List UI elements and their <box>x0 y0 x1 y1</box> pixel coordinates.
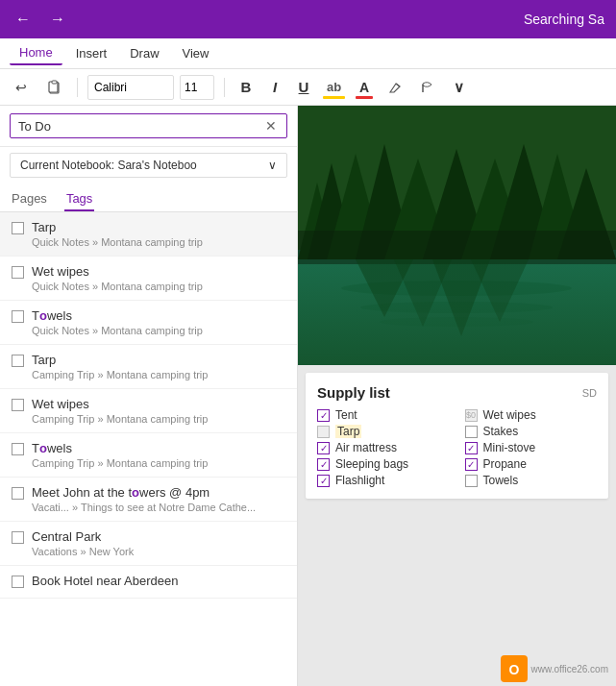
result-checkbox[interactable] <box>12 576 24 588</box>
watermark: O www.office26.com <box>501 655 608 682</box>
svg-text:O: O <box>508 662 519 677</box>
list-item[interactable]: Central Park Vacations » New York <box>0 522 297 566</box>
supply-checkbox-flashlight[interactable] <box>317 475 330 487</box>
forward-button[interactable]: → <box>46 11 69 28</box>
menu-view[interactable]: View <box>173 42 219 64</box>
supply-item-propane: Propane <box>465 457 598 471</box>
result-path: Camping Trip » Montana camping trip <box>12 413 285 425</box>
supply-item-mini-stove: Mini-stove <box>465 441 598 454</box>
svg-point-19 <box>341 281 572 296</box>
supply-item-sleeping-bags: Sleeping bags <box>317 457 450 471</box>
eraser-button[interactable] <box>382 74 408 101</box>
notebook-arrow-icon: ∨ <box>268 159 277 172</box>
result-checkbox[interactable] <box>12 266 24 279</box>
list-item[interactable]: Book Hotel near Aberdeen <box>0 566 297 599</box>
result-title: Central Park <box>32 529 101 544</box>
title-bar-title: Searching Sa <box>524 12 604 27</box>
font-color-button[interactable]: A <box>353 74 376 101</box>
nature-svg <box>298 106 616 365</box>
result-path: Vacati... » Things to see at Notre Dame … <box>12 502 285 513</box>
result-path: Vacations » New York <box>12 546 285 557</box>
list-item[interactable]: Wet wipes Camping Trip » Montana camping… <box>0 389 297 433</box>
italic-button[interactable]: I <box>263 74 286 101</box>
result-title: Book Hotel near Aberdeen <box>32 574 179 588</box>
list-item[interactable]: Towels Camping Trip » Montana camping tr… <box>0 433 297 478</box>
list-item[interactable]: Tarp Camping Trip » Montana camping trip <box>0 345 297 389</box>
supply-item-stakes: Stakes <box>465 425 598 438</box>
highlight-text: o <box>39 441 47 455</box>
more-button[interactable]: ∨ <box>447 74 470 101</box>
supply-label-propane: Propane <box>483 457 527 471</box>
bold-button[interactable]: B <box>234 74 258 101</box>
result-checkbox[interactable] <box>12 531 24 544</box>
menu-insert[interactable]: Insert <box>66 42 117 64</box>
search-box: ✕ <box>10 113 287 138</box>
svg-rect-2 <box>52 81 57 84</box>
result-checkbox[interactable] <box>12 222 24 234</box>
supply-checkbox-sleeping-bags[interactable] <box>317 458 330 471</box>
result-title: Tarp <box>32 353 56 367</box>
result-path: Quick Notes » Montana camping trip <box>12 236 285 248</box>
supply-card-header: Supply list SD <box>317 384 597 401</box>
highlight-text: o <box>39 308 47 323</box>
supply-checkbox-towels[interactable] <box>465 475 478 487</box>
result-row: Tarp <box>12 353 285 367</box>
supply-label-wet-wipes: Wet wipes <box>483 408 536 422</box>
menu-home[interactable]: Home <box>10 41 62 65</box>
result-path: Quick Notes » Montana camping trip <box>12 281 285 292</box>
result-checkbox[interactable] <box>12 399 24 411</box>
search-input[interactable] <box>18 119 263 134</box>
supply-card: Supply list SD Tent $0 Wet wipes Tarp <box>306 373 608 499</box>
supply-label-tarp: Tarp <box>335 425 361 438</box>
result-checkbox[interactable] <box>12 487 24 500</box>
result-title: Towels <box>32 308 72 323</box>
supply-label-air-mattress: Air mattress <box>335 441 397 454</box>
highlight-text: o <box>132 485 139 500</box>
supply-grid: Tent $0 Wet wipes Tarp Stakes Air mattre… <box>317 408 597 487</box>
supply-checkbox-wet-wipes[interactable]: $0 <box>465 409 478 422</box>
result-row: Book Hotel near Aberdeen <box>12 574 285 588</box>
supply-item-tarp: Tarp <box>317 425 450 438</box>
list-item[interactable]: Wet wipes Quick Notes » Montana camping … <box>0 257 297 301</box>
list-item[interactable]: Tarp Quick Notes » Montana camping trip <box>0 212 297 257</box>
font-selector[interactable] <box>87 75 174 100</box>
supply-checkbox-mini-stove[interactable] <box>465 442 478 454</box>
list-item[interactable]: Towels Quick Notes » Montana camping tri… <box>0 301 297 345</box>
result-path: Quick Notes » Montana camping trip <box>12 325 285 336</box>
supply-label-mini-stove: Mini-stove <box>483 441 536 454</box>
toolbar-divider-2 <box>224 78 225 97</box>
supply-item-flashlight: Flashlight <box>317 474 450 487</box>
supply-checkbox-propane[interactable] <box>465 458 478 471</box>
list-item[interactable]: Meet John at the towers @ 4pm Vacati... … <box>0 478 297 522</box>
format-paint-button[interactable] <box>414 74 441 101</box>
result-checkbox[interactable] <box>12 443 24 455</box>
notebook-label: Current Notebook: Sara's Noteboo <box>20 159 197 172</box>
result-row: Wet wipes <box>12 264 285 279</box>
clipboard-button[interactable] <box>40 74 67 101</box>
tab-pages[interactable]: Pages <box>10 187 49 211</box>
result-title: Meet John at the towers @ 4pm <box>32 485 209 500</box>
result-row: Central Park <box>12 529 285 544</box>
underline-button[interactable]: U <box>292 74 315 101</box>
back-button[interactable]: ← <box>12 11 35 28</box>
result-checkbox[interactable] <box>12 310 24 323</box>
supply-checkbox-stakes[interactable] <box>465 426 478 438</box>
tab-tags[interactable]: Tags <box>64 187 94 211</box>
search-clear-button[interactable]: ✕ <box>263 118 279 134</box>
supply-checkbox-tent[interactable] <box>317 409 330 422</box>
result-title: Towels <box>32 441 72 455</box>
menu-bar: Home Insert Draw View <box>0 38 616 69</box>
supply-label-stakes: Stakes <box>483 425 519 438</box>
notebook-selector[interactable]: Current Notebook: Sara's Noteboo ∨ <box>10 153 287 178</box>
supply-checkbox-tarp[interactable] <box>317 426 330 438</box>
highlight-button[interactable]: ab <box>321 74 347 101</box>
font-size-selector[interactable] <box>180 75 214 100</box>
result-row: Meet John at the towers @ 4pm <box>12 485 285 500</box>
supply-checkbox-air-mattress[interactable] <box>317 442 330 454</box>
result-row: Wet wipes <box>12 397 285 411</box>
result-checkbox[interactable] <box>12 355 24 367</box>
undo-button[interactable]: ↩ <box>8 74 35 101</box>
result-title: Wet wipes <box>32 264 89 279</box>
menu-draw[interactable]: Draw <box>120 42 168 64</box>
svg-marker-23 <box>394 259 452 327</box>
